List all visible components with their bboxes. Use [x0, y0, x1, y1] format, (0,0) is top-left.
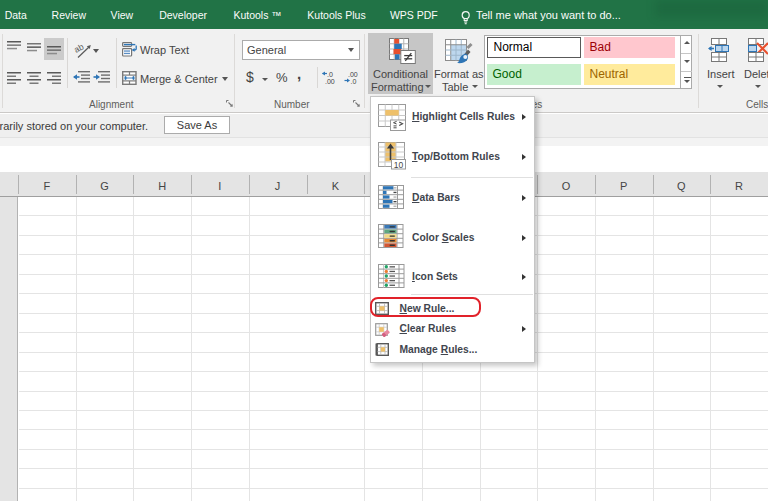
svg-text:.00: .00 [325, 78, 335, 85]
svg-text:.0: .0 [351, 78, 357, 85]
svg-text:10: 10 [394, 160, 404, 170]
